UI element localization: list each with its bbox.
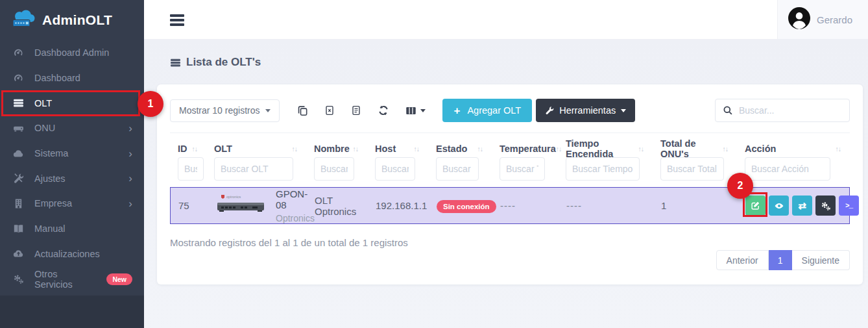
cell-nombre: OLT Optronics [307,195,368,217]
filter-host-input[interactable] [375,157,415,181]
edit-olt-button[interactable] [745,196,766,216]
sidebar-item-label: Manual [34,223,66,234]
table-toolbar: Mostrar 10 registros [170,99,850,122]
search-input[interactable] [739,105,842,116]
column-header-olt[interactable]: OLT↑↓ [206,144,306,154]
server-icon [13,97,25,108]
building-icon [13,198,25,209]
export-tools [297,105,426,116]
table-search [715,99,850,122]
sidebar-item-label: Actualizaciones [34,249,100,259]
sidebar-item-dashboard[interactable]: Dashboard [0,66,144,91]
sort-icon[interactable]: ↑↓ [638,145,653,153]
device-icon [13,123,25,134]
topbar: Gerardo [144,0,868,39]
olt-list-card: Mostrar 10 registros [157,84,863,284]
tools-label: Herramientas [559,105,616,116]
book-icon [13,223,25,234]
caret-down-icon [621,109,626,112]
add-olt-label: Agregar OLT [467,105,521,116]
sort-icon[interactable]: ↑↓ [477,145,492,153]
caret-down-icon [265,109,271,112]
export-file-button[interactable] [351,105,361,116]
sort-icon[interactable]: ↑↓ [292,145,307,153]
sidebar-item-olt[interactable]: OLT [0,90,144,116]
cell-olt: optronics GPON-08 Optronics [207,188,307,223]
cloud-switch-logo-icon [9,9,38,31]
pagination-page-1-button[interactable]: 1 [769,250,792,270]
server-icon [170,57,181,68]
filter-accion-input[interactable] [745,157,830,181]
tools-icon [13,173,25,184]
brand-name: AdminOLT [42,12,112,28]
tools-dropdown-button[interactable]: Herramientas [536,99,635,122]
terminal-olt-button[interactable]: >_ [839,196,859,216]
view-olt-button[interactable] [769,196,789,216]
filter-estado-input[interactable] [436,157,479,181]
sidebar-item-sistema[interactable]: Sistema › [0,141,144,166]
column-header-estado[interactable]: Estado↑↓ [428,144,492,154]
sidebar-item-onu[interactable]: ONU › [0,116,144,141]
sidebar-item-label: Otros Servicios [34,269,91,290]
table-filter-row [170,157,850,181]
olt-device-thumbnail: optronics [212,192,269,220]
sort-icon[interactable]: ↑↓ [414,145,429,153]
records-summary: Mostrando registros del 1 al 1 de un tot… [170,237,850,248]
chevron-right-icon: › [128,173,132,184]
user-name: Gerardo [817,14,852,25]
export-excel-button[interactable] [324,105,335,116]
sidebar-item-actualizaciones[interactable]: Actualizaciones [0,242,144,267]
sort-icon[interactable]: ↑↓ [723,145,738,153]
app-logo[interactable]: AdminOLT [0,0,144,40]
filter-temperatura-input[interactable] [500,157,545,181]
add-olt-button[interactable]: + Agregar OLT [442,99,532,122]
pagination-next-button[interactable]: Siguiente [792,250,850,270]
filter-id-input[interactable] [178,157,204,181]
columns-icon [405,105,416,116]
sidebar-item-label: Dashboard [34,73,80,83]
cell-accion: ⇄ >_ [738,196,859,216]
sidebar-item-label: ONU [34,123,55,133]
plus-icon: + [453,105,460,116]
cell-tiempo-encendida: ---- [559,200,653,211]
column-header-total-onus[interactable]: Total de ONU's↑↓ [653,138,737,159]
column-header-tiempo-encendida[interactable]: Tiempo Encendida↑↓ [558,138,653,159]
column-visibility-button[interactable] [405,105,426,116]
pagination: Anterior 1 Siguiente [716,250,850,270]
show-records-dropdown[interactable]: Mostrar 10 registros [170,99,280,122]
sort-icon[interactable]: ↑↓ [836,145,850,153]
sort-icon[interactable]: ↑↓ [192,145,207,153]
column-header-host[interactable]: Host↑↓ [367,144,428,154]
user-menu[interactable]: Gerardo [777,0,868,39]
status-badge: Sin conexión [437,200,496,213]
sidebar-item-manual[interactable]: Manual [0,216,144,242]
column-header-nombre[interactable]: Nombre↑↓ [306,144,367,154]
copy-icon [297,105,308,116]
sidebar-item-dashboard-admin[interactable]: Dashboard Admin [0,40,144,66]
column-header-temperatura[interactable]: Temperatura↑↓ [492,144,558,154]
menu-toggle-button[interactable] [170,14,184,26]
sidebar-item-empresa[interactable]: Empresa › [0,191,144,216]
swap-connection-button[interactable]: ⇄ [792,196,812,216]
configure-olt-button[interactable] [815,196,836,216]
sidebar-item-label: Sistema [34,148,68,158]
chevron-right-icon: › [128,148,132,159]
cell-estado: Sin conexión [429,200,492,211]
filter-olt-input[interactable] [214,157,293,181]
refresh-button[interactable] [378,105,389,116]
cell-id: 75 [171,200,207,211]
sidebar-item-label: OLT [34,98,52,108]
pagination-previous-button[interactable]: Anterior [716,250,769,270]
filter-tiempo-input[interactable] [566,157,640,181]
cell-host: 192.168.1.1 [368,200,429,211]
column-header-id[interactable]: ID↑↓ [170,144,206,154]
swap-arrows-icon: ⇄ [798,200,806,212]
copy-button[interactable] [297,105,308,116]
table-row[interactable]: 75 optronics GPON-08 [170,187,850,224]
column-header-accion[interactable]: Acción↑↓ [737,144,850,154]
filter-total-onus-input[interactable] [660,157,724,181]
sidebar-item-ajustes[interactable]: Ajustes › [0,166,144,191]
sort-icon[interactable]: ↑↓ [353,145,368,153]
sidebar-item-otros-servicios[interactable]: Otros Servicios New [0,266,144,292]
filter-nombre-input[interactable] [314,157,354,181]
